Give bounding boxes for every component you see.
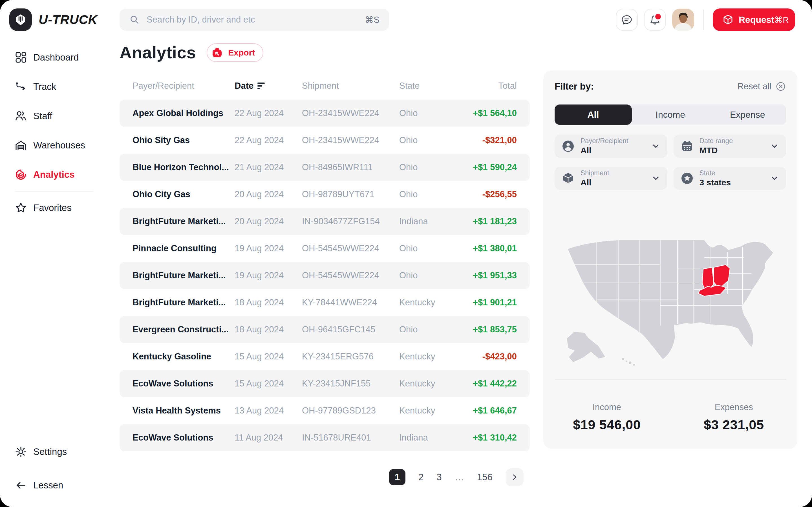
dropdown-value: All: [580, 146, 645, 156]
date-range-dropdown[interactable]: Date range MTD: [673, 135, 786, 158]
reset-circle-x-icon: [775, 81, 786, 92]
page-2[interactable]: 2: [418, 472, 423, 483]
next-page-button[interactable]: [506, 468, 523, 486]
table-row[interactable]: BrightFuture Marketi... 19 Aug 2024 OH-5…: [119, 262, 530, 289]
cell-date: 18 Aug 2024: [235, 297, 302, 307]
table-row[interactable]: Ohio City Gas 20 Aug 2024 OH-98789UYT671…: [119, 181, 530, 208]
reset-all-button[interactable]: Reset all: [737, 81, 786, 92]
pagination: 1 2 3 … 156: [389, 468, 523, 486]
sidebar-divider: [15, 191, 94, 191]
chevron-down-icon: [651, 142, 661, 151]
cell-state: Indiana: [399, 216, 453, 226]
search-shortcut: ⌘S: [365, 15, 379, 25]
cell-date: 15 Aug 2024: [235, 379, 302, 389]
tab-income[interactable]: Income: [632, 105, 709, 125]
sidebar: Dashboard Track: [0, 40, 119, 507]
dropdown-value: All: [580, 178, 645, 187]
table-row[interactable]: BrightFuture Marketi... 20 Aug 2024 IN-9…: [119, 208, 530, 235]
user-avatar[interactable]: [672, 9, 694, 31]
sidebar-item-track[interactable]: Track: [15, 72, 111, 101]
sidebar-item-dashboard[interactable]: Dashboard: [15, 43, 111, 72]
us-hawaii: [622, 358, 635, 365]
tab-expense[interactable]: Expense: [709, 105, 786, 125]
notifications-button[interactable]: [644, 9, 666, 31]
expenses-value: $3 231,05: [670, 417, 798, 432]
chevron-down-icon: [770, 173, 779, 183]
stats-divider: [555, 379, 786, 380]
tab-all[interactable]: All: [555, 105, 632, 125]
search-bar[interactable]: ⌘S: [119, 9, 389, 31]
cell-payer: Kentucky Gasoline: [133, 351, 235, 362]
table-row[interactable]: Evergreen Constructi... 18 Aug 2024 OH-9…: [119, 316, 530, 343]
sidebar-collapse[interactable]: Lessen: [15, 471, 63, 500]
state-dropdown[interactable]: State 3 states: [673, 167, 786, 190]
sidebar-item-label: Staff: [33, 111, 52, 121]
page-header: Analytics Export: [119, 43, 263, 62]
request-shortcut: ⌘R: [774, 15, 789, 25]
usa-states-map[interactable]: [557, 216, 783, 378]
table-row[interactable]: Pinnacle Consulting 19 Aug 2024 OH-54545…: [119, 235, 530, 262]
table-row[interactable]: Vista Health Systems 13 Aug 2024 OH-9778…: [119, 397, 530, 424]
u-truck-logo: [9, 8, 32, 31]
shield-logo-icon: [14, 13, 27, 26]
cell-shipment: KY-78441WWE224: [302, 297, 399, 307]
sidebar-item-warehouses[interactable]: Warehouses: [15, 131, 111, 160]
package-icon: [722, 14, 733, 25]
header-payer: Payer/Recipient: [133, 81, 235, 91]
export-label: Export: [228, 48, 255, 57]
cell-payer: EcoWave Solutions: [133, 433, 235, 443]
calendar-icon: [680, 139, 694, 153]
sidebar-item-favorites[interactable]: Favorites: [15, 193, 111, 223]
table-row[interactable]: BrightFuture Marketi... 18 Aug 2024 KY-7…: [119, 289, 530, 316]
person-circle-icon: [561, 139, 575, 153]
cell-total: +$1 646,67: [453, 406, 517, 416]
brand: U-TRUCK: [0, 8, 119, 31]
cell-state: Ohio: [399, 189, 453, 200]
sidebar-item-settings[interactable]: Settings: [15, 437, 67, 466]
topbar-divider: [703, 10, 704, 30]
cell-shipment: OH-54545WWE224: [302, 243, 399, 253]
table-row[interactable]: Ohio Sity Gas 22 Aug 2024 OH-23415WWE224…: [119, 127, 530, 154]
avatar-image: [672, 9, 694, 31]
table-row[interactable]: EcoWave Solutions 15 Aug 2024 KY-23415JN…: [119, 370, 530, 397]
messages-button[interactable]: [616, 9, 638, 31]
sidebar-item-staff[interactable]: Staff: [15, 101, 111, 131]
payer-recipient-dropdown[interactable]: Payer/Recipient All: [555, 135, 667, 158]
cell-shipment: IN-9034677ZFG154: [302, 216, 399, 226]
sidebar-item-analytics[interactable]: Analytics: [15, 160, 111, 189]
dropdown-label: Shipment: [580, 169, 645, 177]
cell-payer: Vista Health Systems: [133, 406, 235, 416]
cell-payer: Ohio City Gas: [133, 189, 235, 200]
cell-total: +$1 310,42: [453, 433, 517, 443]
cell-date: 21 Aug 2024: [235, 162, 302, 172]
cell-state: Kentucky: [399, 297, 453, 307]
header-shipment: Shipment: [302, 81, 399, 91]
cell-date: 19 Aug 2024: [235, 243, 302, 253]
income-value: $19 546,00: [543, 417, 670, 432]
request-label: Request: [739, 15, 774, 25]
page-last[interactable]: 156: [477, 472, 493, 483]
cell-payer: BrightFuture Marketi...: [133, 297, 235, 307]
cell-total: -$423,00: [453, 351, 517, 362]
cell-shipment: OH-84965IWR111: [302, 162, 399, 172]
dropdown-value: MTD: [700, 146, 764, 156]
cell-total: +$1 181,23: [453, 216, 517, 226]
table-row[interactable]: EcoWave Solutions 11 Aug 2024 IN-51678UR…: [119, 424, 530, 451]
request-button[interactable]: Request ⌘R: [713, 8, 795, 31]
page-3[interactable]: 3: [437, 472, 442, 483]
page-title: Analytics: [119, 43, 196, 62]
table-row[interactable]: Kentucky Gasoline 15 Aug 2024 KY-23415ER…: [119, 343, 530, 370]
cell-date: 13 Aug 2024: [235, 406, 302, 416]
header-date[interactable]: Date: [235, 81, 302, 91]
export-icon: [211, 46, 223, 59]
sort-icon: [257, 82, 267, 90]
shipment-dropdown[interactable]: Shipment All: [555, 167, 667, 190]
route-icon: [15, 80, 27, 93]
export-button[interactable]: Export: [207, 43, 263, 62]
page-1[interactable]: 1: [389, 469, 405, 485]
table-row[interactable]: Apex Global Holdings 22 Aug 2024 OH-2341…: [119, 100, 530, 127]
cell-state: Indiana: [399, 433, 453, 443]
search-input[interactable]: [146, 14, 359, 25]
table-row[interactable]: Blue Horizon Technol... 21 Aug 2024 OH-8…: [119, 154, 530, 181]
star-circle-icon: [680, 172, 694, 185]
